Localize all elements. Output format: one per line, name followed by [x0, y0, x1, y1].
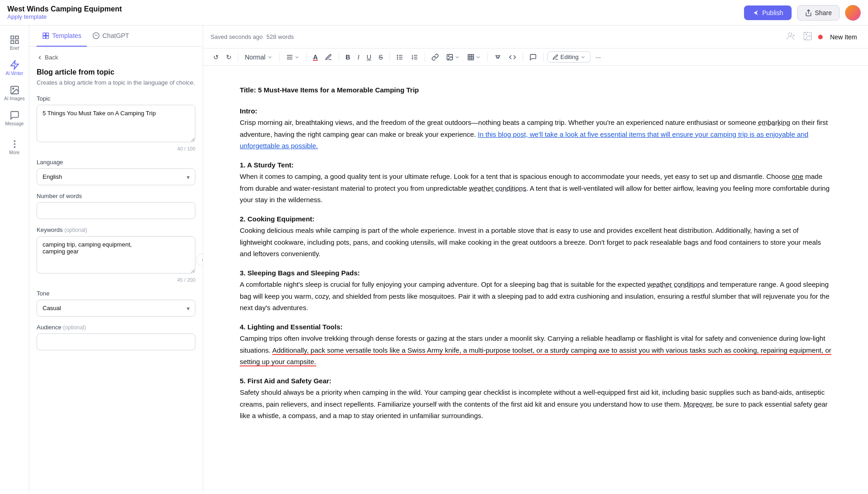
- audience-field: Audience (optional) travel enthusiast, a…: [37, 324, 195, 350]
- section-3: 3. Sleeping Bags and Sleeping Pads: A co…: [240, 267, 831, 314]
- underline-button[interactable]: U: [364, 52, 374, 63]
- bullet-list-button[interactable]: [394, 52, 406, 63]
- svg-point-28: [397, 55, 398, 55]
- weather-conditions-link-1[interactable]: weather conditions: [469, 184, 526, 192]
- editing-chevron-icon: [580, 54, 586, 60]
- svg-point-14: [93, 32, 99, 38]
- language-field: Language English Spanish French German: [37, 159, 195, 185]
- link-button[interactable]: [429, 52, 442, 63]
- image-button[interactable]: [443, 52, 463, 63]
- audience-input[interactable]: travel enthusiast, adventure lovers, hik…: [37, 333, 195, 350]
- tone-label: Tone: [37, 290, 195, 297]
- toolbar-sep-8: [523, 53, 523, 62]
- sidebar-item-ai-writer[interactable]: AI Writer: [0, 56, 29, 80]
- style-dropdown[interactable]: Normal: [242, 52, 275, 63]
- svg-rect-12: [43, 36, 45, 38]
- avatar[interactable]: [845, 5, 861, 21]
- svg-rect-20: [804, 32, 812, 40]
- editor-area: Saved seconds ago 528 words New Item ↺ ↻: [203, 26, 868, 494]
- toolbar-sep-7: [487, 53, 488, 62]
- svg-point-17: [788, 33, 792, 36]
- clear-format-button[interactable]: [491, 52, 504, 63]
- image-tool-icon: [803, 31, 813, 41]
- editing-dropdown[interactable]: Editing: [547, 51, 591, 63]
- toolbar: ↺ ↻ Normal A B I U S: [203, 48, 868, 66]
- highlight-icon: [325, 54, 332, 61]
- embarking-link[interactable]: embarking: [758, 118, 790, 126]
- templates-tab-icon: [42, 32, 49, 39]
- weather-conditions-link-2[interactable]: weather conditions: [647, 280, 705, 288]
- bullet-list-icon: [396, 54, 404, 61]
- sidebar-item-more[interactable]: More: [0, 135, 29, 159]
- share-button[interactable]: Share: [797, 5, 840, 21]
- svg-point-21: [805, 34, 807, 35]
- table-button[interactable]: [464, 52, 484, 63]
- strikethrough-button[interactable]: S: [376, 52, 385, 63]
- topic-char-count: 40 / 100: [37, 146, 195, 151]
- new-item-button[interactable]: New Item: [826, 32, 861, 43]
- red-underline-text: Additionally, pack some versatile tools …: [240, 346, 831, 367]
- language-select[interactable]: English Spanish French German: [37, 168, 195, 185]
- icon-sidebar: Brief AI Writer AI Images Message More: [0, 26, 29, 494]
- language-select-wrapper: English Spanish French German: [37, 168, 195, 185]
- highlight-button[interactable]: [322, 52, 335, 63]
- svg-marker-4: [11, 61, 18, 69]
- add-user-button[interactable]: [783, 29, 797, 44]
- align-chevron-icon: [294, 54, 300, 60]
- section-4-heading: 4. Lighting and Essential Tools:: [240, 323, 343, 331]
- keywords-optional: (optional): [65, 227, 87, 233]
- audience-label: Audience (optional): [37, 324, 195, 331]
- italic-button[interactable]: I: [355, 52, 362, 63]
- font-color-button[interactable]: A: [310, 52, 320, 63]
- publish-button[interactable]: Publish: [744, 5, 792, 20]
- add-user-icon: [785, 31, 795, 41]
- topic-input[interactable]: 5 Things You Must Take on A Camping Trip: [37, 105, 195, 142]
- intro-paragraph: Intro: Crisp morning air, breathtaking v…: [240, 105, 831, 152]
- brief-label: Brief: [10, 46, 19, 51]
- back-icon: [37, 54, 43, 61]
- comment-button[interactable]: [527, 52, 539, 63]
- sidebar-item-ai-images[interactable]: AI Images: [0, 81, 29, 105]
- section-5: 5. First Aid and Safety Gear: Safety sho…: [240, 375, 831, 422]
- templates-tab-label: Templates: [52, 32, 81, 39]
- bold-button[interactable]: B: [343, 52, 353, 63]
- toolbar-sep-1: [238, 53, 238, 62]
- keywords-input[interactable]: camping trip, camping equipment, camping…: [37, 236, 195, 274]
- new-item-label: New Item: [830, 33, 857, 41]
- sidebar-item-message[interactable]: Message: [0, 107, 29, 130]
- ordered-list-button[interactable]: [408, 52, 421, 63]
- tone-field: Tone Casual Professional Friendly Formal: [37, 290, 195, 317]
- panel-tabs: Templates ChatGPT: [29, 26, 203, 47]
- blog-post-link[interactable]: In this blog post, we'll take a look at …: [240, 130, 809, 150]
- tab-templates[interactable]: Templates: [37, 26, 87, 47]
- section-1-heading: 1. A Sturdy Tent:: [240, 161, 294, 169]
- svg-point-29: [397, 57, 398, 57]
- align-button[interactable]: [283, 52, 302, 63]
- template-desc: Creates a blog article from a topic in t…: [37, 79, 195, 86]
- tone-select[interactable]: Casual Professional Friendly Formal: [37, 300, 195, 317]
- image-chevron-icon: [454, 54, 460, 60]
- undo-button[interactable]: ↺: [210, 52, 221, 63]
- bolt-icon: [10, 60, 20, 70]
- chatgpt-tab-icon: [92, 32, 100, 39]
- image-tool-button[interactable]: [801, 29, 814, 44]
- tab-chatgpt[interactable]: ChatGPT: [87, 26, 135, 47]
- more-options-button[interactable]: ···: [593, 52, 604, 63]
- moreover-link[interactable]: Moreover: [684, 400, 712, 408]
- code-button[interactable]: [506, 52, 519, 63]
- top-header: West Winds Camping Equipment Apply templ…: [0, 0, 868, 26]
- redo-button[interactable]: ↻: [223, 52, 234, 63]
- back-button[interactable]: Back: [37, 54, 195, 61]
- apply-template-link[interactable]: Apply template: [7, 13, 737, 20]
- ai-images-label: AI Images: [4, 96, 25, 101]
- words-input[interactable]: 500: [37, 202, 195, 219]
- sidebar-item-brief[interactable]: Brief: [0, 31, 29, 54]
- editor-content[interactable]: Title: 5 Must-Have Items for a Memorable…: [203, 66, 868, 494]
- language-label: Language: [37, 159, 195, 166]
- chat-icon: [10, 110, 20, 120]
- topic-label: Topic: [37, 95, 195, 102]
- svg-rect-3: [15, 41, 18, 43]
- toolbar-sep-4: [339, 53, 339, 62]
- template-title: Blog article from topic: [37, 68, 195, 76]
- svg-point-8: [14, 144, 15, 145]
